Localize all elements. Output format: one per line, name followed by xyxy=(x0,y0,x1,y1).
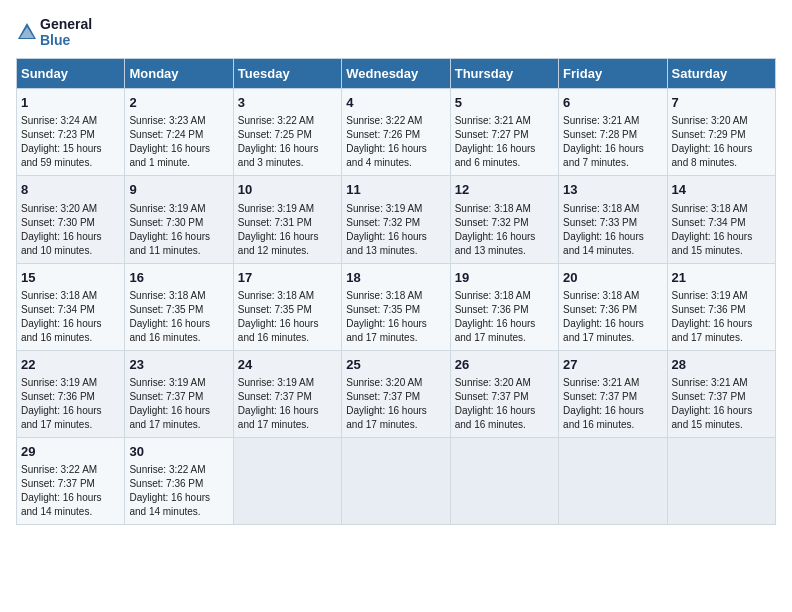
calendar-cell: 28Sunrise: 3:21 AMSunset: 7:37 PMDayligh… xyxy=(667,350,775,437)
sunset-label: Sunset: 7:36 PM xyxy=(563,304,637,315)
day-number: 4 xyxy=(346,94,445,112)
column-header-monday: Monday xyxy=(125,59,233,89)
sunrise-label: Sunrise: 3:20 AM xyxy=(455,377,531,388)
calendar-cell xyxy=(559,437,667,524)
sunset-label: Sunset: 7:36 PM xyxy=(455,304,529,315)
day-number: 8 xyxy=(21,181,120,199)
sunrise-label: Sunrise: 3:18 AM xyxy=(672,203,748,214)
sunrise-label: Sunrise: 3:22 AM xyxy=(238,115,314,126)
sunset-label: Sunset: 7:37 PM xyxy=(238,391,312,402)
calendar-cell: 22Sunrise: 3:19 AMSunset: 7:36 PMDayligh… xyxy=(17,350,125,437)
calendar-cell: 2Sunrise: 3:23 AMSunset: 7:24 PMDaylight… xyxy=(125,89,233,176)
daylight-label: Daylight: 16 hours and 11 minutes. xyxy=(129,231,210,256)
daylight-label: Daylight: 16 hours and 17 minutes. xyxy=(563,318,644,343)
day-number: 30 xyxy=(129,443,228,461)
daylight-label: Daylight: 16 hours and 12 minutes. xyxy=(238,231,319,256)
day-number: 24 xyxy=(238,356,337,374)
sunset-label: Sunset: 7:34 PM xyxy=(21,304,95,315)
sunrise-label: Sunrise: 3:23 AM xyxy=(129,115,205,126)
sunrise-label: Sunrise: 3:24 AM xyxy=(21,115,97,126)
day-number: 13 xyxy=(563,181,662,199)
day-number: 17 xyxy=(238,269,337,287)
sunset-label: Sunset: 7:34 PM xyxy=(672,217,746,228)
daylight-label: Daylight: 16 hours and 10 minutes. xyxy=(21,231,102,256)
sunset-label: Sunset: 7:35 PM xyxy=(129,304,203,315)
column-header-tuesday: Tuesday xyxy=(233,59,341,89)
sunset-label: Sunset: 7:31 PM xyxy=(238,217,312,228)
sunset-label: Sunset: 7:36 PM xyxy=(129,478,203,489)
day-number: 6 xyxy=(563,94,662,112)
week-row-2: 8Sunrise: 3:20 AMSunset: 7:30 PMDaylight… xyxy=(17,176,776,263)
calendar-cell: 13Sunrise: 3:18 AMSunset: 7:33 PMDayligh… xyxy=(559,176,667,263)
sunset-label: Sunset: 7:33 PM xyxy=(563,217,637,228)
sunset-label: Sunset: 7:29 PM xyxy=(672,129,746,140)
day-number: 14 xyxy=(672,181,771,199)
day-number: 27 xyxy=(563,356,662,374)
daylight-label: Daylight: 16 hours and 15 minutes. xyxy=(672,405,753,430)
sunrise-label: Sunrise: 3:19 AM xyxy=(346,203,422,214)
calendar-cell: 11Sunrise: 3:19 AMSunset: 7:32 PMDayligh… xyxy=(342,176,450,263)
sunrise-label: Sunrise: 3:18 AM xyxy=(563,203,639,214)
sunrise-label: Sunrise: 3:21 AM xyxy=(563,115,639,126)
calendar-cell: 23Sunrise: 3:19 AMSunset: 7:37 PMDayligh… xyxy=(125,350,233,437)
sunrise-label: Sunrise: 3:22 AM xyxy=(129,464,205,475)
sunset-label: Sunset: 7:27 PM xyxy=(455,129,529,140)
calendar-cell: 21Sunrise: 3:19 AMSunset: 7:36 PMDayligh… xyxy=(667,263,775,350)
day-number: 29 xyxy=(21,443,120,461)
calendar-cell xyxy=(233,437,341,524)
week-row-1: 1Sunrise: 3:24 AMSunset: 7:23 PMDaylight… xyxy=(17,89,776,176)
day-number: 12 xyxy=(455,181,554,199)
sunset-label: Sunset: 7:37 PM xyxy=(455,391,529,402)
calendar-cell: 26Sunrise: 3:20 AMSunset: 7:37 PMDayligh… xyxy=(450,350,558,437)
sunrise-label: Sunrise: 3:19 AM xyxy=(672,290,748,301)
column-header-friday: Friday xyxy=(559,59,667,89)
daylight-label: Daylight: 16 hours and 17 minutes. xyxy=(455,318,536,343)
sunrise-label: Sunrise: 3:20 AM xyxy=(21,203,97,214)
sunrise-label: Sunrise: 3:21 AM xyxy=(563,377,639,388)
day-number: 16 xyxy=(129,269,228,287)
sunrise-label: Sunrise: 3:19 AM xyxy=(21,377,97,388)
daylight-label: Daylight: 16 hours and 14 minutes. xyxy=(563,231,644,256)
daylight-label: Daylight: 16 hours and 8 minutes. xyxy=(672,143,753,168)
calendar-cell: 4Sunrise: 3:22 AMSunset: 7:26 PMDaylight… xyxy=(342,89,450,176)
daylight-label: Daylight: 16 hours and 6 minutes. xyxy=(455,143,536,168)
logo: General Blue xyxy=(16,16,92,48)
sunset-label: Sunset: 7:26 PM xyxy=(346,129,420,140)
week-row-4: 22Sunrise: 3:19 AMSunset: 7:36 PMDayligh… xyxy=(17,350,776,437)
sunrise-label: Sunrise: 3:20 AM xyxy=(672,115,748,126)
daylight-label: Daylight: 16 hours and 16 minutes. xyxy=(563,405,644,430)
sunset-label: Sunset: 7:37 PM xyxy=(129,391,203,402)
day-number: 2 xyxy=(129,94,228,112)
day-number: 28 xyxy=(672,356,771,374)
sunset-label: Sunset: 7:28 PM xyxy=(563,129,637,140)
day-number: 15 xyxy=(21,269,120,287)
sunset-label: Sunset: 7:37 PM xyxy=(346,391,420,402)
sunset-label: Sunset: 7:35 PM xyxy=(238,304,312,315)
sunrise-label: Sunrise: 3:19 AM xyxy=(238,203,314,214)
calendar-cell: 27Sunrise: 3:21 AMSunset: 7:37 PMDayligh… xyxy=(559,350,667,437)
daylight-label: Daylight: 16 hours and 14 minutes. xyxy=(21,492,102,517)
daylight-label: Daylight: 16 hours and 15 minutes. xyxy=(672,231,753,256)
day-number: 25 xyxy=(346,356,445,374)
sunset-label: Sunset: 7:24 PM xyxy=(129,129,203,140)
calendar-cell: 12Sunrise: 3:18 AMSunset: 7:32 PMDayligh… xyxy=(450,176,558,263)
column-header-saturday: Saturday xyxy=(667,59,775,89)
sunset-label: Sunset: 7:37 PM xyxy=(21,478,95,489)
daylight-label: Daylight: 16 hours and 16 minutes. xyxy=(238,318,319,343)
sunrise-label: Sunrise: 3:21 AM xyxy=(672,377,748,388)
daylight-label: Daylight: 16 hours and 16 minutes. xyxy=(129,318,210,343)
calendar-cell: 14Sunrise: 3:18 AMSunset: 7:34 PMDayligh… xyxy=(667,176,775,263)
sunset-label: Sunset: 7:36 PM xyxy=(21,391,95,402)
sunrise-label: Sunrise: 3:19 AM xyxy=(129,377,205,388)
day-number: 9 xyxy=(129,181,228,199)
sunrise-label: Sunrise: 3:21 AM xyxy=(455,115,531,126)
daylight-label: Daylight: 16 hours and 7 minutes. xyxy=(563,143,644,168)
sunrise-label: Sunrise: 3:18 AM xyxy=(455,203,531,214)
daylight-label: Daylight: 16 hours and 17 minutes. xyxy=(238,405,319,430)
calendar-cell: 7Sunrise: 3:20 AMSunset: 7:29 PMDaylight… xyxy=(667,89,775,176)
daylight-label: Daylight: 16 hours and 17 minutes. xyxy=(346,405,427,430)
day-number: 19 xyxy=(455,269,554,287)
calendar-cell: 10Sunrise: 3:19 AMSunset: 7:31 PMDayligh… xyxy=(233,176,341,263)
calendar-cell: 8Sunrise: 3:20 AMSunset: 7:30 PMDaylight… xyxy=(17,176,125,263)
calendar-header-row: SundayMondayTuesdayWednesdayThursdayFrid… xyxy=(17,59,776,89)
